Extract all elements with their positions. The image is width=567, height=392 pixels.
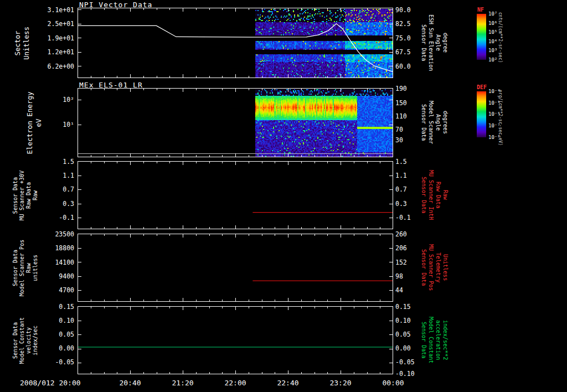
tick-label: 206 xyxy=(395,244,429,252)
panel5-y-left-label: Sensor Data Model Constant velocity inde… xyxy=(8,306,43,374)
tick-label: 75.0 xyxy=(395,34,429,42)
tick-label: 1.9e+01 xyxy=(39,34,74,42)
tick-label: 0.00 xyxy=(395,344,429,352)
tick-label: 14100 xyxy=(39,259,74,266)
colorbar-nf xyxy=(477,14,486,60)
tick-label: 0.3 xyxy=(39,200,74,208)
colorbar-def xyxy=(477,91,486,137)
tick-label: -0.1 xyxy=(39,214,74,221)
x-axis-tick-label: 21:20 xyxy=(165,379,200,387)
tick-label: 4700 xyxy=(39,286,74,294)
tick-label: 0.15 xyxy=(395,303,429,311)
tick-label: 90.0 xyxy=(395,6,429,14)
tick-label: 0.7 xyxy=(39,185,74,193)
tick-label: 67.5 xyxy=(395,48,429,56)
x-axis-tick-label: 23:20 xyxy=(323,379,358,387)
tick-label: 44 xyxy=(395,286,429,294)
tick-label: 10² xyxy=(39,96,74,104)
panel4-y-left-label: Sensor Data Model Scanner Pos Raw unitle… xyxy=(8,234,43,302)
colorbar-tick-label: 10⁷ xyxy=(488,11,497,17)
scanner-pos-panel xyxy=(78,234,393,302)
panel1-y-left-label: Sector Unitless xyxy=(4,8,40,78)
model-constant-panel xyxy=(78,306,393,374)
panel3-y-left-label: Sensor Data MU Scanner +30V Raw Data Raw xyxy=(8,161,43,229)
tick-label: 0.15 xyxy=(39,303,74,311)
tick-label: 1.2e+01 xyxy=(39,48,74,56)
x-axis-tick-label: 22:00 xyxy=(218,379,253,387)
tick-label: 0.7 xyxy=(395,185,429,193)
panel2-y-right-label: Sensor Data Model Scanner Angle degrees xyxy=(414,88,455,157)
colorbar-def-unit: erg/(cm**2-sr-sec-eV) xyxy=(498,90,503,145)
tick-label: 1.5 xyxy=(395,158,429,166)
tick-label: 0.10 xyxy=(39,317,74,324)
tick-label: 110 xyxy=(395,112,429,120)
plot-page: { "window": {"background": "#000000"}, "… xyxy=(0,0,567,392)
tick-label: 60.0 xyxy=(395,63,429,70)
tick-label: 82.5 xyxy=(395,20,429,28)
tick-label: 152 xyxy=(395,259,429,266)
tick-label: 150 xyxy=(395,99,429,107)
tick-label: 3.1e+01 xyxy=(39,6,74,14)
tick-label: 0.10 xyxy=(395,317,429,324)
x-axis-tick-label: 00:00 xyxy=(375,379,411,387)
tick-label: -0.1 xyxy=(395,214,429,221)
x-axis-tick-label: 20:40 xyxy=(112,379,148,387)
tick-label: 1.5 xyxy=(39,158,74,166)
tick-label: 190 xyxy=(395,85,429,92)
x-axis-tick-label: 22:40 xyxy=(270,379,306,387)
tick-label: 1.1 xyxy=(395,172,429,179)
colorbar-tick-label: 10³ xyxy=(488,48,497,53)
tick-label: 0.05 xyxy=(395,331,429,338)
tick-label: 18800 xyxy=(39,244,74,252)
tick-label: 0.3 xyxy=(395,200,429,208)
tick-label: 2.5e+01 xyxy=(39,20,74,28)
colorbar-nf-unit: cnts/(cm**2-sr-sec) xyxy=(498,12,503,68)
colorbar-nf-title: NF xyxy=(477,7,484,13)
tick-label: -0.05 xyxy=(395,358,429,366)
tick-label: 30 xyxy=(395,136,429,144)
mu-scanner-raw-panel xyxy=(78,161,393,229)
tick-label: -0.10 xyxy=(395,370,429,378)
tick-label: 9400 xyxy=(39,272,74,280)
npi-spectrogram-panel xyxy=(78,8,393,78)
tick-label: 23500 xyxy=(39,230,74,238)
tick-label: 1.1 xyxy=(39,172,74,179)
colorbar-tick-label: 10⁵ xyxy=(488,29,497,35)
tick-label: -0.05 xyxy=(39,358,74,366)
tick-label: 70 xyxy=(395,126,429,133)
colorbar-tick-label: 10² xyxy=(488,57,497,63)
tick-label: 98 xyxy=(395,272,429,280)
els-spectrogram-panel xyxy=(78,88,393,157)
tick-label: 0.05 xyxy=(39,331,74,338)
tick-label: 10¹ xyxy=(39,121,74,128)
colorbar-tick-label: 10⁶ xyxy=(488,20,497,26)
tick-label: 0.00 xyxy=(39,344,74,352)
colorbar-def-title: DEF xyxy=(477,84,487,90)
tick-label: 6.2e+00 xyxy=(39,63,74,70)
x-axis-date-label: 2008/012 20:00 xyxy=(20,379,81,387)
tick-label: 260 xyxy=(395,230,429,238)
colorbar-tick-label: 10⁴ xyxy=(488,39,497,44)
